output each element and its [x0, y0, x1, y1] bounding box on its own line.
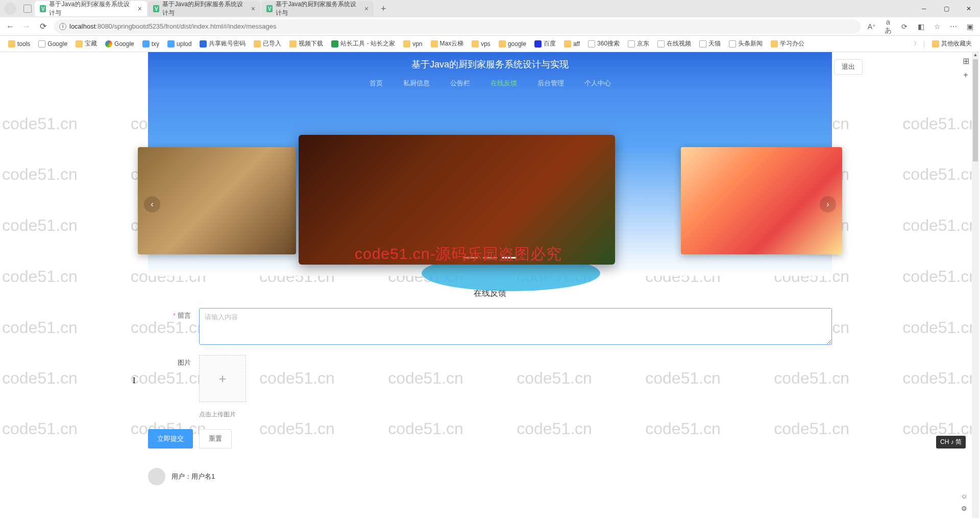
close-icon[interactable]: ×	[138, 5, 142, 13]
bookmarks-bar: tools Google 宝藏 Google txy uplod 共享账号密码 …	[0, 36, 980, 52]
logout-button[interactable]: 退出	[834, 59, 863, 75]
upload-hint: 点击上传图片	[199, 410, 246, 419]
carousel: ‹ › code51.cn-源码乐园盗图必究	[148, 92, 832, 276]
bookmark-360[interactable]: 360搜索	[585, 38, 623, 50]
sync-icon[interactable]: ⟳	[899, 22, 910, 31]
menu-icon[interactable]: ⋯	[948, 22, 959, 31]
bookmark-vpn[interactable]: vpn	[400, 39, 425, 49]
carousel-slide-prev	[138, 147, 296, 254]
address-bar: ← → ⟳ i localhost:8080/springbootd5235/f…	[0, 17, 980, 36]
scroll-up-icon[interactable]: ▲	[972, 52, 979, 59]
bookmark-tools[interactable]: tools	[5, 39, 33, 49]
carousel-slide-next	[681, 147, 842, 254]
close-icon[interactable]: ×	[251, 5, 255, 13]
url-path: :8080/springbootd5235/front/dist/index.h…	[95, 22, 276, 30]
bookmark-baidu[interactable]: 百度	[531, 38, 559, 50]
text-cursor-icon: I	[133, 376, 135, 385]
bookmark-imported[interactable]: 已导入	[251, 38, 284, 50]
carousel-next-button[interactable]: ›	[820, 196, 836, 213]
feedback-icon[interactable]: ☺	[960, 492, 969, 502]
image-upload-button[interactable]: +	[199, 355, 246, 402]
bookmark-google-folder[interactable]: google	[496, 39, 529, 49]
collections-icon[interactable]: ▣	[965, 22, 975, 31]
sidebar-search-icon[interactable]: ⊞	[961, 56, 971, 66]
bookmark-tmall[interactable]: 天猫	[696, 38, 724, 50]
bookmark-aff[interactable]: aff	[561, 39, 583, 49]
bookmark-max[interactable]: Max云梯	[428, 38, 467, 50]
sidebar-add-icon[interactable]: +	[961, 70, 971, 81]
tool-icon	[331, 40, 338, 48]
carousel-prev-button[interactable]: ‹	[144, 196, 160, 213]
page-icon	[657, 40, 665, 48]
browser-tab[interactable]: V 基于Java的厨到家服务系统设计与 ×	[148, 1, 260, 16]
bookmark-txy[interactable]: txy	[139, 39, 162, 49]
nav-feedback[interactable]: 在线反馈	[491, 79, 517, 91]
bookmark-study[interactable]: 学习办公	[768, 38, 807, 50]
settings-icon[interactable]: ⚙	[960, 505, 969, 514]
extension-icon[interactable]: ◧	[916, 22, 926, 31]
bookmark-google2[interactable]: Google	[102, 39, 137, 49]
comment-user-label: 用户：用户名1	[172, 472, 215, 481]
share-icon	[200, 40, 207, 48]
folder-icon	[403, 40, 410, 48]
tab-title: 基于Java的厨到家服务系统设计与	[276, 0, 358, 17]
nav-notice[interactable]: 公告栏	[450, 79, 470, 91]
read-aloud-icon[interactable]: A⁺	[867, 22, 877, 31]
bookmark-vps[interactable]: vps	[469, 39, 494, 49]
new-tab-button[interactable]: +	[378, 4, 389, 14]
nav-menu: 首页 私厨信息 公告栏 在线反馈 后台管理 个人中心	[148, 79, 832, 91]
folder-icon	[289, 40, 297, 48]
bookmark-online-video[interactable]: 在线视频	[654, 38, 694, 50]
vue-favicon-icon: V	[266, 5, 273, 12]
bookmark-video[interactable]: 视频下载	[286, 38, 326, 50]
folder-icon	[254, 40, 261, 48]
ime-indicator[interactable]: CH ♪ 简	[936, 436, 966, 449]
reset-button[interactable]: 重置	[199, 429, 232, 449]
other-bookmarks[interactable]: 其他收藏夹	[929, 38, 975, 50]
scrollbar[interactable]: ▲	[972, 52, 979, 518]
chevron-right-icon[interactable]: 〉	[914, 40, 919, 48]
close-window-button[interactable]: ✕	[958, 1, 980, 16]
bookmark-google[interactable]: Google	[35, 39, 70, 49]
browser-tab[interactable]: V 基于Java的厨到家服务系统设计与 ×	[261, 1, 374, 16]
page-icon	[699, 40, 706, 48]
bookmark-treasure[interactable]: 宝藏	[72, 38, 100, 50]
folder-icon	[771, 40, 778, 48]
page-icon	[38, 40, 45, 48]
bookmark-share[interactable]: 共享账号密码	[197, 38, 249, 50]
bookmark-jd[interactable]: 京东	[625, 38, 652, 50]
plus-icon: +	[218, 371, 226, 387]
forward-button[interactable]: →	[21, 21, 32, 32]
page-icon	[729, 40, 736, 48]
back-button[interactable]: ←	[5, 21, 15, 32]
vue-favicon-icon: V	[40, 5, 46, 12]
profile-icon[interactable]	[4, 3, 16, 15]
avatar	[148, 468, 165, 485]
message-textarea[interactable]	[199, 308, 832, 345]
nav-home[interactable]: 首页	[370, 79, 383, 91]
site-info-icon[interactable]: i	[59, 23, 66, 30]
folder-icon	[932, 40, 939, 48]
folder-icon	[76, 40, 83, 48]
browser-tab[interactable]: V 基于Java的厨到家服务系统设计与 ×	[35, 1, 147, 16]
close-icon[interactable]: ×	[364, 5, 369, 13]
translate-icon[interactable]: aあ	[883, 18, 893, 35]
bookmark-toutiao[interactable]: 头条新闻	[726, 38, 766, 50]
comment-item: 用户：用户名1	[148, 468, 832, 485]
page-icon	[628, 40, 635, 48]
minimize-button[interactable]: ─	[913, 1, 935, 16]
url-input[interactable]: i localhost:8080/springbootd5235/front/d…	[54, 19, 861, 34]
bookmark-webmaster[interactable]: 站长工具 - 站长之家	[328, 38, 398, 50]
nav-profile[interactable]: 个人中心	[584, 79, 611, 91]
favorite-icon[interactable]: ☆	[932, 22, 942, 31]
nav-chef-info[interactable]: 私厨信息	[403, 79, 430, 91]
refresh-button[interactable]: ⟳	[38, 21, 48, 32]
maximize-button[interactable]: ▢	[935, 1, 958, 16]
submit-button[interactable]: 立即提交	[148, 429, 193, 449]
scroll-thumb[interactable]	[973, 59, 978, 161]
google-icon	[105, 40, 112, 48]
folder-icon	[499, 40, 506, 48]
bookmark-uplod[interactable]: uplod	[164, 39, 194, 49]
tab-title: 基于Java的厨到家服务系统设计与	[162, 0, 244, 17]
nav-admin[interactable]: 后台管理	[537, 79, 564, 91]
